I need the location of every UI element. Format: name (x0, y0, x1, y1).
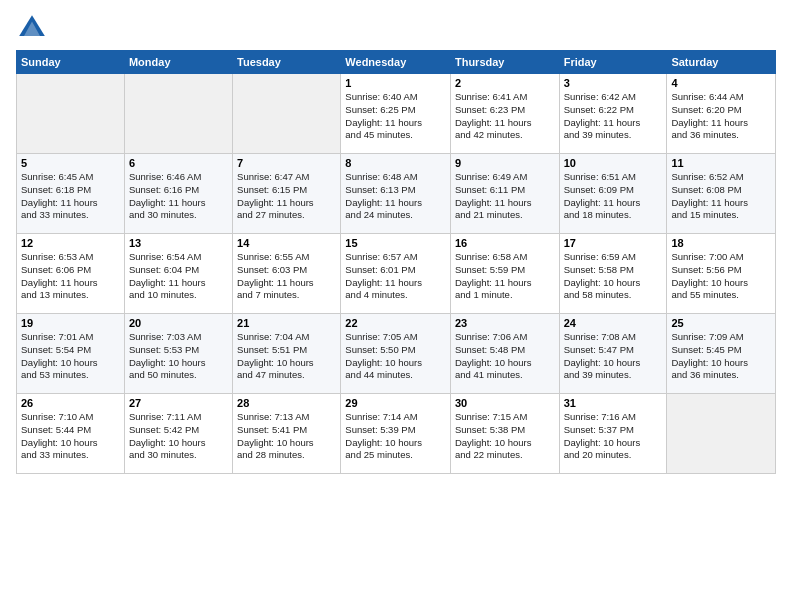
day-info: Sunrise: 6:59 AM Sunset: 5:58 PM Dayligh… (564, 251, 663, 302)
day-info: Sunrise: 7:05 AM Sunset: 5:50 PM Dayligh… (345, 331, 446, 382)
header (16, 12, 776, 44)
day-number: 7 (237, 157, 336, 169)
calendar-cell (124, 74, 232, 154)
day-info: Sunrise: 7:13 AM Sunset: 5:41 PM Dayligh… (237, 411, 336, 462)
day-number: 21 (237, 317, 336, 329)
day-number: 25 (671, 317, 771, 329)
weekday-header-row: SundayMondayTuesdayWednesdayThursdayFrid… (17, 51, 776, 74)
weekday-header: Sunday (17, 51, 125, 74)
day-info: Sunrise: 6:52 AM Sunset: 6:08 PM Dayligh… (671, 171, 771, 222)
calendar-week-row: 1Sunrise: 6:40 AM Sunset: 6:25 PM Daylig… (17, 74, 776, 154)
day-number: 10 (564, 157, 663, 169)
calendar-cell: 29Sunrise: 7:14 AM Sunset: 5:39 PM Dayli… (341, 394, 451, 474)
day-number: 9 (455, 157, 555, 169)
calendar-cell: 14Sunrise: 6:55 AM Sunset: 6:03 PM Dayli… (233, 234, 341, 314)
day-number: 23 (455, 317, 555, 329)
day-number: 28 (237, 397, 336, 409)
calendar-cell: 6Sunrise: 6:46 AM Sunset: 6:16 PM Daylig… (124, 154, 232, 234)
day-number: 18 (671, 237, 771, 249)
day-info: Sunrise: 6:42 AM Sunset: 6:22 PM Dayligh… (564, 91, 663, 142)
day-info: Sunrise: 6:55 AM Sunset: 6:03 PM Dayligh… (237, 251, 336, 302)
calendar-cell: 28Sunrise: 7:13 AM Sunset: 5:41 PM Dayli… (233, 394, 341, 474)
day-info: Sunrise: 7:16 AM Sunset: 5:37 PM Dayligh… (564, 411, 663, 462)
logo (16, 12, 52, 44)
day-info: Sunrise: 6:45 AM Sunset: 6:18 PM Dayligh… (21, 171, 120, 222)
day-info: Sunrise: 7:01 AM Sunset: 5:54 PM Dayligh… (21, 331, 120, 382)
calendar-cell: 15Sunrise: 6:57 AM Sunset: 6:01 PM Dayli… (341, 234, 451, 314)
calendar-cell: 7Sunrise: 6:47 AM Sunset: 6:15 PM Daylig… (233, 154, 341, 234)
calendar-week-row: 19Sunrise: 7:01 AM Sunset: 5:54 PM Dayli… (17, 314, 776, 394)
calendar-cell: 11Sunrise: 6:52 AM Sunset: 6:08 PM Dayli… (667, 154, 776, 234)
logo-icon (16, 12, 48, 44)
day-info: Sunrise: 7:03 AM Sunset: 5:53 PM Dayligh… (129, 331, 228, 382)
calendar-week-row: 5Sunrise: 6:45 AM Sunset: 6:18 PM Daylig… (17, 154, 776, 234)
calendar-cell: 20Sunrise: 7:03 AM Sunset: 5:53 PM Dayli… (124, 314, 232, 394)
calendar-cell: 31Sunrise: 7:16 AM Sunset: 5:37 PM Dayli… (559, 394, 667, 474)
day-info: Sunrise: 6:41 AM Sunset: 6:23 PM Dayligh… (455, 91, 555, 142)
calendar-cell: 26Sunrise: 7:10 AM Sunset: 5:44 PM Dayli… (17, 394, 125, 474)
day-info: Sunrise: 6:47 AM Sunset: 6:15 PM Dayligh… (237, 171, 336, 222)
day-number: 30 (455, 397, 555, 409)
calendar-cell: 17Sunrise: 6:59 AM Sunset: 5:58 PM Dayli… (559, 234, 667, 314)
day-number: 16 (455, 237, 555, 249)
calendar-cell: 12Sunrise: 6:53 AM Sunset: 6:06 PM Dayli… (17, 234, 125, 314)
calendar-week-row: 26Sunrise: 7:10 AM Sunset: 5:44 PM Dayli… (17, 394, 776, 474)
calendar-cell: 1Sunrise: 6:40 AM Sunset: 6:25 PM Daylig… (341, 74, 451, 154)
day-number: 26 (21, 397, 120, 409)
weekday-header: Wednesday (341, 51, 451, 74)
day-number: 13 (129, 237, 228, 249)
page-container: SundayMondayTuesdayWednesdayThursdayFrid… (0, 0, 792, 482)
weekday-header: Tuesday (233, 51, 341, 74)
day-info: Sunrise: 7:08 AM Sunset: 5:47 PM Dayligh… (564, 331, 663, 382)
day-info: Sunrise: 6:54 AM Sunset: 6:04 PM Dayligh… (129, 251, 228, 302)
calendar-cell: 30Sunrise: 7:15 AM Sunset: 5:38 PM Dayli… (450, 394, 559, 474)
day-info: Sunrise: 7:11 AM Sunset: 5:42 PM Dayligh… (129, 411, 228, 462)
day-number: 20 (129, 317, 228, 329)
calendar-cell: 21Sunrise: 7:04 AM Sunset: 5:51 PM Dayli… (233, 314, 341, 394)
day-number: 6 (129, 157, 228, 169)
day-number: 5 (21, 157, 120, 169)
day-number: 1 (345, 77, 446, 89)
calendar-cell: 23Sunrise: 7:06 AM Sunset: 5:48 PM Dayli… (450, 314, 559, 394)
day-info: Sunrise: 7:15 AM Sunset: 5:38 PM Dayligh… (455, 411, 555, 462)
weekday-header: Friday (559, 51, 667, 74)
day-info: Sunrise: 6:53 AM Sunset: 6:06 PM Dayligh… (21, 251, 120, 302)
day-number: 17 (564, 237, 663, 249)
day-info: Sunrise: 6:44 AM Sunset: 6:20 PM Dayligh… (671, 91, 771, 142)
day-number: 31 (564, 397, 663, 409)
weekday-header: Thursday (450, 51, 559, 74)
day-number: 2 (455, 77, 555, 89)
day-number: 14 (237, 237, 336, 249)
day-info: Sunrise: 7:09 AM Sunset: 5:45 PM Dayligh… (671, 331, 771, 382)
day-info: Sunrise: 6:40 AM Sunset: 6:25 PM Dayligh… (345, 91, 446, 142)
day-number: 8 (345, 157, 446, 169)
calendar-cell (17, 74, 125, 154)
calendar-cell: 3Sunrise: 6:42 AM Sunset: 6:22 PM Daylig… (559, 74, 667, 154)
calendar-cell: 16Sunrise: 6:58 AM Sunset: 5:59 PM Dayli… (450, 234, 559, 314)
day-info: Sunrise: 7:14 AM Sunset: 5:39 PM Dayligh… (345, 411, 446, 462)
day-info: Sunrise: 6:57 AM Sunset: 6:01 PM Dayligh… (345, 251, 446, 302)
day-info: Sunrise: 7:04 AM Sunset: 5:51 PM Dayligh… (237, 331, 336, 382)
weekday-header: Saturday (667, 51, 776, 74)
day-info: Sunrise: 6:51 AM Sunset: 6:09 PM Dayligh… (564, 171, 663, 222)
day-info: Sunrise: 7:10 AM Sunset: 5:44 PM Dayligh… (21, 411, 120, 462)
calendar-cell: 4Sunrise: 6:44 AM Sunset: 6:20 PM Daylig… (667, 74, 776, 154)
day-info: Sunrise: 7:00 AM Sunset: 5:56 PM Dayligh… (671, 251, 771, 302)
day-info: Sunrise: 6:58 AM Sunset: 5:59 PM Dayligh… (455, 251, 555, 302)
calendar-cell: 25Sunrise: 7:09 AM Sunset: 5:45 PM Dayli… (667, 314, 776, 394)
calendar-cell: 18Sunrise: 7:00 AM Sunset: 5:56 PM Dayli… (667, 234, 776, 314)
day-number: 27 (129, 397, 228, 409)
day-info: Sunrise: 6:46 AM Sunset: 6:16 PM Dayligh… (129, 171, 228, 222)
weekday-header: Monday (124, 51, 232, 74)
day-number: 3 (564, 77, 663, 89)
day-number: 19 (21, 317, 120, 329)
calendar-cell: 13Sunrise: 6:54 AM Sunset: 6:04 PM Dayli… (124, 234, 232, 314)
calendar-cell (667, 394, 776, 474)
calendar-cell: 27Sunrise: 7:11 AM Sunset: 5:42 PM Dayli… (124, 394, 232, 474)
day-number: 11 (671, 157, 771, 169)
day-number: 15 (345, 237, 446, 249)
calendar-table: SundayMondayTuesdayWednesdayThursdayFrid… (16, 50, 776, 474)
calendar-cell: 10Sunrise: 6:51 AM Sunset: 6:09 PM Dayli… (559, 154, 667, 234)
day-number: 22 (345, 317, 446, 329)
calendar-week-row: 12Sunrise: 6:53 AM Sunset: 6:06 PM Dayli… (17, 234, 776, 314)
